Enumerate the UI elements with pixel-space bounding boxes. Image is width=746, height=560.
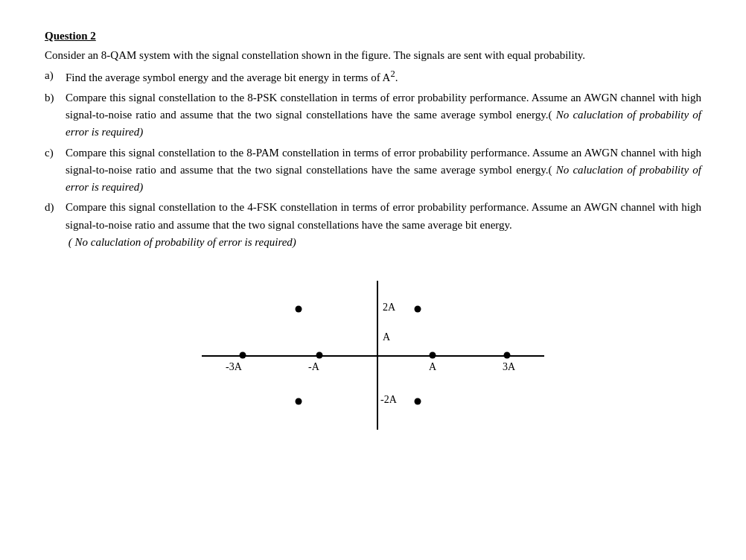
part-d-content: Compare this signal constellation to the…	[66, 199, 701, 251]
dot-minus3a	[240, 352, 246, 359]
label-a-y: A	[383, 331, 390, 343]
y-axis	[377, 281, 378, 430]
label-2a: 2A	[383, 302, 395, 314]
dot-a	[430, 352, 436, 359]
dot-3a	[504, 352, 511, 359]
intro-text: Consider an 8-QAM system with the signal…	[45, 47, 701, 64]
label-minus-a: -A	[308, 361, 319, 373]
part-c: c) Compare this signal constellation to …	[45, 144, 701, 197]
question-title: Question 2	[45, 30, 701, 42]
part-b-content: Compare this signal constellation to the…	[66, 89, 701, 141]
part-c-label: c)	[45, 144, 66, 162]
dot-minus2a-right	[415, 398, 421, 405]
part-c-content: Compare this signal constellation to the…	[66, 144, 701, 197]
part-b: b) Compare this signal constellation to …	[45, 89, 701, 141]
part-d-label: d)	[45, 199, 66, 216]
label-3a: 3A	[503, 361, 515, 373]
part-a-label: a)	[45, 67, 66, 84]
label-minus3a: -3A	[226, 361, 242, 373]
part-a: a) Find the average symbol energy and th…	[45, 67, 701, 86]
dot-upper-left	[296, 306, 302, 313]
dot-lower-left	[296, 398, 302, 405]
parts-list: a) Find the average symbol energy and th…	[45, 67, 701, 252]
part-d: d) Compare this signal constellation to …	[45, 199, 701, 251]
part-b-label: b)	[45, 89, 66, 106]
dot-minus-a	[316, 352, 323, 359]
x-axis	[202, 355, 544, 357]
part-a-content: Find the average symbol energy and the a…	[66, 67, 701, 86]
label-minus2a: -2A	[380, 394, 397, 406]
label-a-right: A	[429, 361, 436, 373]
dot-2a-right	[415, 306, 421, 313]
constellation-diagram: -3A -A A 3A 2A A -2A	[187, 273, 559, 437]
